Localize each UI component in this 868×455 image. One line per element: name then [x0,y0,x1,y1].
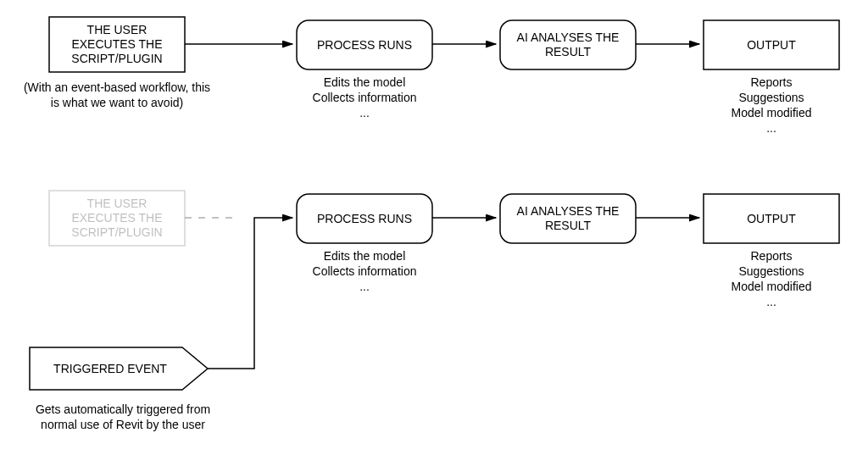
flow1-output-cap1: Reports [750,75,792,89]
flow1-output-label: OUTPUT [747,38,796,52]
flow1-user-line3: SCRIPT/PLUGIN [71,52,162,65]
flow2-output-label: OUTPUT [747,212,796,225]
flow2-output-cap1: Reports [750,249,792,263]
flow1-user-box: THE USER EXECUTES THE SCRIPT/PLUGIN [49,17,185,72]
flow2-output-cap3: Model modified [732,280,812,293]
flow2-output-cap2: Suggestions [738,264,804,278]
flow1-user-caption-1: (With an event-based workflow, this [24,80,210,94]
flow2-ai-line1: AI ANALYSES THE [517,204,620,218]
flow2-process-cap2: Collects information [313,264,417,278]
flow1-output-cap3: Model modified [732,106,812,119]
flow1-ai-box: AI ANALYSES THE RESULT [500,20,636,69]
flow1-user-line1: THE USER [87,23,147,36]
flow2-output-cap4: ... [766,295,776,308]
flow2-output-box: OUTPUT [704,194,839,243]
flow2-process-cap3: ... [359,280,370,293]
flow2-user-line3: SCRIPT/PLUGIN [71,225,162,239]
flow2-ai-box: AI ANALYSES THE RESULT [500,194,636,243]
flow1-output-box: OUTPUT [704,20,839,69]
flow2-event-cap1: Gets automatically triggered from [36,402,210,416]
flow2-event-box: TRIGGERED EVENT [30,347,208,390]
flow1-ai-line2: RESULT [545,45,592,58]
flow1-user-caption-2: is what we want to avoid) [51,96,183,109]
flow1-process-cap3: ... [359,106,370,119]
flow2-process-label: PROCESS RUNS [317,212,412,225]
flow2-user-line2: EXECUTES THE [71,211,162,225]
flow1-ai-line1: AI ANALYSES THE [517,31,620,44]
flow1-process-label: PROCESS RUNS [317,38,412,52]
flow1-user-line2: EXECUTES THE [71,37,162,51]
flow2-process-box: PROCESS RUNS [297,194,432,243]
flow2-process-cap1: Edits the model [324,249,406,263]
flow1-process-box: PROCESS RUNS [297,20,432,69]
flow1-process-cap1: Edits the model [324,75,406,89]
flow2-user-box-faded: THE USER EXECUTES THE SCRIPT/PLUGIN [49,191,185,246]
flow2-user-line1: THE USER [87,197,147,210]
flow1-output-cap4: ... [766,121,776,135]
flow1-process-cap2: Collects information [313,91,417,104]
flow1-output-cap2: Suggestions [738,91,804,104]
flow2-ai-line2: RESULT [545,219,592,232]
flow2-event-cap2: normal use of Revit by the user [41,418,205,431]
elbow-arrow-event-process [208,218,292,369]
flow2-event-label: TRIGGERED EVENT [53,362,167,375]
